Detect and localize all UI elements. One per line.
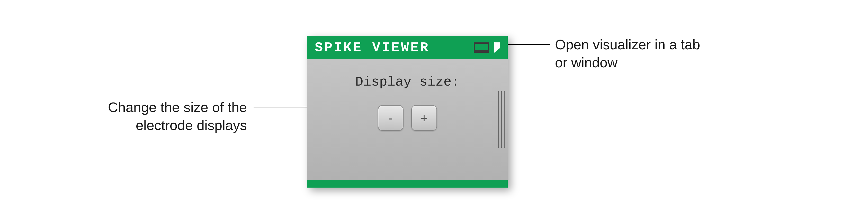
grip-line (501, 91, 502, 148)
header-icons-group (474, 42, 500, 53)
resize-grip-icon[interactable] (498, 91, 505, 148)
annotation-right: Open visualizer in a tab or window (555, 35, 704, 71)
open-tab-icon[interactable] (474, 42, 489, 53)
decrease-size-button[interactable]: - (378, 105, 404, 131)
annotation-left: Change the size of the electrode display… (95, 98, 247, 134)
widget-footer (307, 180, 508, 187)
grip-line (504, 91, 505, 148)
open-window-icon[interactable] (494, 42, 500, 53)
spike-viewer-panel: SPIKE VIEWER Display size: - + (307, 36, 508, 187)
widget-body: Display size: - + (307, 59, 508, 180)
grip-line (498, 91, 499, 148)
display-size-label: Display size: (315, 74, 500, 90)
widget-header: SPIKE VIEWER (307, 36, 508, 59)
widget-title: SPIKE VIEWER (315, 40, 430, 55)
annotated-diagram: Change the size of the electrode display… (0, 0, 868, 212)
size-button-row: - + (315, 105, 500, 131)
increase-size-button[interactable]: + (411, 105, 437, 131)
